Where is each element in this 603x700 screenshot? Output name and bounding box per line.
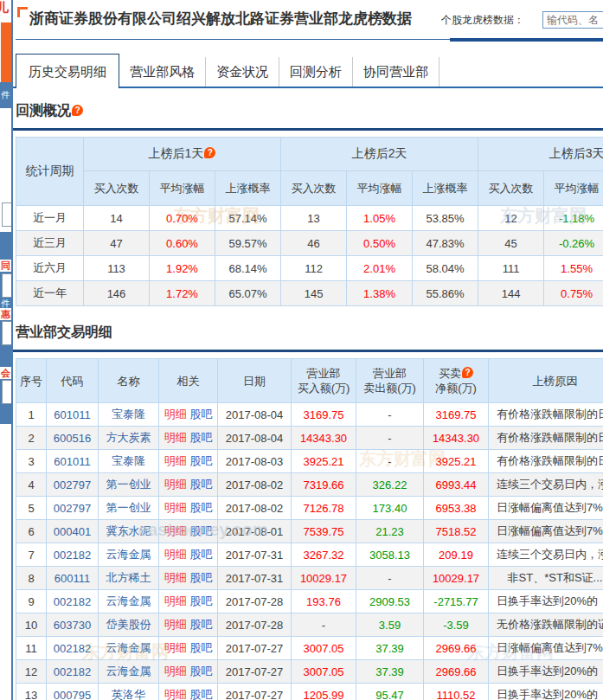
detail-link[interactable]: 明细	[164, 501, 187, 514]
stock-name-link[interactable]: 云海金属	[99, 590, 159, 613]
guba-link[interactable]: 股吧	[189, 641, 212, 654]
backtest-table: 统计周期上榜后1天?上榜后2天上榜后3天买入次数平均涨幅上涨概率买入次数平均涨幅…	[16, 137, 603, 306]
stock-name-link[interactable]: 第一创业	[99, 497, 159, 520]
detail-link[interactable]: 明细	[164, 431, 187, 444]
guba-link[interactable]: 股吧	[189, 618, 212, 631]
stock-name-link[interactable]: 英洛华	[99, 684, 159, 700]
stock-code-link[interactable]: 601011	[47, 403, 99, 427]
guba-link[interactable]: 股吧	[189, 408, 212, 421]
seq-cell: 2	[16, 427, 47, 450]
stock-name-link[interactable]: 岱美股份	[99, 613, 159, 637]
stock-code-link[interactable]: 002182	[47, 590, 99, 613]
detail-link[interactable]: 明细	[164, 478, 187, 491]
detail-link[interactable]: 明细	[164, 688, 187, 700]
seq-cell: 12	[16, 660, 47, 684]
date-cell: 2017-07-31	[218, 543, 292, 567]
detail-link[interactable]: 明细	[164, 454, 187, 467]
left-sidebar-sliver: 儿 件 同 件 惠 会	[0, 0, 11, 700]
guba-link[interactable]: 股吧	[189, 431, 212, 444]
stock-name-link[interactable]: 冀东水泥	[99, 520, 159, 543]
stock-code-link[interactable]: 002182	[47, 637, 99, 660]
sidebar-fragment: 儿	[0, 0, 9, 16]
table-row: 2600516方大炭素明细 股吧2017-08-0414343.30-14343…	[16, 427, 603, 450]
tab-回测分析[interactable]: 回测分析	[279, 57, 353, 87]
stock-code-link[interactable]: 601011	[47, 450, 99, 473]
reason-cell: 有价格涨跌幅限制的日	[489, 450, 603, 473]
related-cell: 明细 股吧	[159, 450, 218, 473]
stock-name-link[interactable]: 宝泰隆	[99, 403, 159, 427]
sidebar-box	[2, 273, 11, 298]
guba-link[interactable]: 股吧	[189, 594, 212, 607]
column-header-reason: 上榜原因	[489, 359, 603, 403]
stock-name-link[interactable]: 北方稀土	[99, 567, 159, 590]
detail-link[interactable]: 明细	[164, 571, 187, 584]
help-icon[interactable]: ?	[72, 105, 83, 116]
guba-link[interactable]: 股吧	[189, 478, 212, 491]
group-header: 上榜后3天	[478, 138, 603, 171]
buy-amount-cell: 3267.32	[292, 543, 356, 567]
header-divider-accent	[450, 38, 603, 42]
stock-name-link[interactable]: 云海金属	[99, 660, 159, 684]
table-row: 10603730岱美股份明细 股吧2017-07-28-3.59-3.59无价格…	[16, 613, 603, 637]
net-amount-cell: 3169.75	[424, 403, 489, 427]
detail-link[interactable]: 明细	[164, 665, 187, 678]
value-cell: 1.72%	[150, 281, 215, 306]
tab-资金状况[interactable]: 资金状况	[206, 57, 279, 87]
stock-code-link[interactable]: 002797	[47, 497, 99, 520]
guba-link[interactable]: 股吧	[189, 548, 212, 561]
related-cell: 明细 股吧	[159, 684, 218, 700]
stock-code-link[interactable]: 603730	[47, 613, 99, 637]
tab-协同营业部[interactable]: 协同营业部	[353, 57, 439, 87]
guba-link[interactable]: 股吧	[189, 688, 212, 700]
buy-amount-cell: 193.76	[292, 590, 356, 613]
stock-name-link[interactable]: 云海金属	[99, 637, 159, 660]
stock-code-link[interactable]: 002182	[47, 543, 99, 567]
date-cell: 2017-08-04	[218, 427, 292, 450]
stock-name-link[interactable]: 第一创业	[99, 473, 159, 497]
guba-link[interactable]: 股吧	[189, 665, 212, 678]
stock-name-link[interactable]: 云海金属	[99, 543, 159, 567]
sidebar-blue-block: 同 件 惠 会	[0, 232, 11, 424]
stock-code-link[interactable]: 600516	[47, 427, 99, 450]
guba-link[interactable]: 股吧	[189, 524, 212, 537]
net-amount-cell: -2715.77	[424, 590, 489, 613]
column-header: 上涨概率	[413, 171, 478, 206]
table-row: 1601011宝泰隆明细 股吧2017-08-043169.75-3169.75…	[16, 403, 603, 427]
tab-历史交易明细[interactable]: 历史交易明细	[16, 54, 119, 88]
related-cell: 明细 股吧	[159, 567, 218, 590]
stock-name-link[interactable]: 方大炭素	[99, 427, 159, 450]
table-row: 近六月1131.92%68.14%1122.01%58.04%1111.55%	[16, 256, 603, 281]
sell-amount-cell: 95.47	[356, 684, 424, 700]
reason-cell: 连续三个交易日内，涨	[489, 543, 603, 567]
detail-link[interactable]: 明细	[164, 641, 187, 654]
date-cell: 2017-07-27	[218, 637, 292, 660]
column-header: 上涨概率	[215, 171, 281, 206]
stock-code-link[interactable]: 000401	[47, 520, 99, 543]
sell-amount-cell: 2909.53	[356, 590, 424, 613]
help-icon[interactable]: ?	[462, 367, 473, 378]
stock-code-link[interactable]: 002182	[47, 660, 99, 684]
table-row: 3601011宝泰隆明细 股吧2017-08-033925.21-3925.21…	[16, 450, 603, 473]
detail-link[interactable]: 明细	[164, 548, 187, 561]
net-amount-cell: 1110.52	[424, 684, 489, 700]
detail-link[interactable]: 明细	[164, 524, 187, 537]
stock-code-link[interactable]: 000795	[47, 684, 99, 700]
guba-link[interactable]: 股吧	[189, 454, 212, 467]
buy-amount-cell: 10029.17	[292, 567, 356, 590]
group-header: 上榜后2天	[281, 138, 478, 171]
detail-link[interactable]: 明细	[164, 618, 187, 631]
detail-link[interactable]: 明细	[164, 594, 187, 607]
stock-code-link[interactable]: 002797	[47, 473, 99, 497]
value-cell: 47.83%	[413, 231, 478, 256]
column-header: 平均涨幅	[347, 171, 413, 206]
guba-link[interactable]: 股吧	[189, 571, 212, 584]
detail-link[interactable]: 明细	[164, 408, 187, 421]
guba-link[interactable]: 股吧	[189, 501, 212, 514]
stock-search-input[interactable]	[542, 11, 603, 29]
help-icon[interactable]: ?	[204, 147, 215, 158]
stock-name-link[interactable]: 宝泰隆	[99, 450, 159, 473]
tab-营业部风格[interactable]: 营业部风格	[119, 57, 206, 87]
sidebar-box	[2, 380, 11, 404]
stock-code-link[interactable]: 600111	[47, 567, 99, 590]
header-line: 买入额(万)	[292, 381, 355, 395]
